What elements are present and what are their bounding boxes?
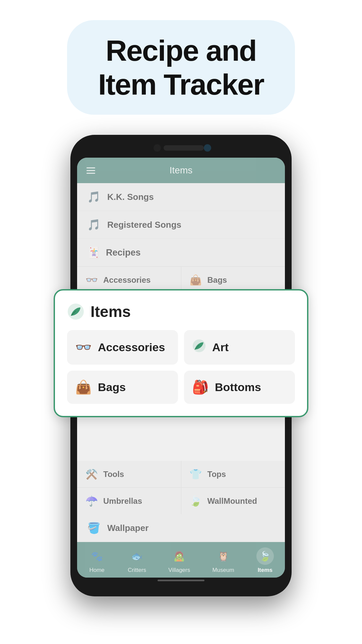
overlay-item-bottoms[interactable]: 🎒 Bottoms xyxy=(184,371,295,404)
nav-home[interactable]: 🐾 Home xyxy=(88,547,106,574)
overlay-card: Items 👓 Accessories Art xyxy=(54,289,308,417)
overlay-item-accessories[interactable]: 👓 Accessories xyxy=(67,330,178,365)
phone-home-bar-area xyxy=(77,578,285,587)
phone-frame-wrapper: Items 👓 Accessories Art xyxy=(70,135,292,596)
overlay-grid: 👓 Accessories Art 👜 Bags xyxy=(67,330,295,404)
nav-critters-icon: 🐟 xyxy=(128,547,146,565)
nav-items[interactable]: 🍃 Items xyxy=(256,547,274,574)
nav-critters-label: Critters xyxy=(128,567,146,574)
nav-villagers-label: Villagers xyxy=(168,567,190,574)
registered-songs-label: Registered Songs xyxy=(107,220,181,230)
hero-title-cloud: Recipe and Item Tracker xyxy=(67,20,295,115)
overlay-card-title: Items xyxy=(90,303,131,321)
overlay-card-header: Items xyxy=(67,303,295,321)
list-item-kk-songs[interactable]: 🎵 K.K. Songs xyxy=(77,183,285,211)
bottom-items-grid: ⚒️ Tools 👕 Tops ☂️ Umbrellas 🍃 WallMount… xyxy=(77,461,285,514)
header-title: Items xyxy=(170,165,192,176)
front-camera xyxy=(154,144,161,152)
kk-songs-label: K.K. Songs xyxy=(107,192,154,202)
nav-critters[interactable]: 🐟 Critters xyxy=(128,547,146,574)
item-tops[interactable]: 👕 Tops xyxy=(181,461,285,487)
item-umbrellas[interactable]: ☂️ Umbrellas xyxy=(77,488,181,514)
wallpaper-icon: 🪣 xyxy=(87,522,101,534)
menu-icon[interactable] xyxy=(86,167,95,174)
nav-museum-icon: 🦉 xyxy=(215,547,232,565)
recipes-label: Recipes xyxy=(106,248,141,258)
art-label: Art xyxy=(212,341,229,354)
nav-home-icon: 🐾 xyxy=(88,547,106,565)
item-wallpaper[interactable]: 🪣 Wallpaper xyxy=(77,514,285,542)
home-bar xyxy=(158,580,204,581)
nav-items-label: Items xyxy=(258,567,273,574)
bottoms-label: Bottoms xyxy=(215,381,261,394)
accessories-icon: 👓 xyxy=(75,339,92,355)
wallpaper-label: Wallpaper xyxy=(107,523,148,533)
kk-songs-icon: 🎵 xyxy=(87,191,101,203)
nav-villagers[interactable]: 🧟 Villagers xyxy=(168,547,190,574)
nav-items-icon: 🍃 xyxy=(256,547,274,565)
nav-museum-label: Museum xyxy=(212,567,234,574)
app-header: Items xyxy=(77,158,285,183)
art-leaf-svg xyxy=(192,339,206,353)
bags-label: Bags xyxy=(98,381,126,394)
bags-icon: 👜 xyxy=(75,379,92,395)
accessories-label: Accessories xyxy=(98,341,165,354)
leaf-icon xyxy=(67,303,84,320)
nav-home-label: Home xyxy=(89,567,104,574)
bottoms-icon: 🎒 xyxy=(192,379,209,395)
phone-top-bar xyxy=(77,144,285,158)
registered-songs-icon: 🎵 xyxy=(87,218,101,231)
overlay-item-art[interactable]: Art xyxy=(184,330,295,365)
item-tools[interactable]: ⚒️ Tools xyxy=(77,461,181,487)
list-item-registered-songs[interactable]: 🎵 Registered Songs xyxy=(77,211,285,239)
hero-title: Recipe and Item Tracker xyxy=(90,34,272,101)
recipes-header[interactable]: 🃏 Recipes xyxy=(77,239,285,267)
overlay-item-bags[interactable]: 👜 Bags xyxy=(67,371,178,404)
recipes-icon: 🃏 xyxy=(87,246,101,259)
selfie-camera xyxy=(204,144,211,152)
phone-speaker xyxy=(164,145,204,151)
art-icon xyxy=(192,339,206,356)
nav-villagers-icon: 🧟 xyxy=(171,547,188,565)
item-wallmounted[interactable]: 🍃 WallMounted xyxy=(181,488,285,514)
bottom-list-section: ⚒️ Tools 👕 Tops ☂️ Umbrellas 🍃 WallMount… xyxy=(77,461,285,542)
nav-museum[interactable]: 🦉 Museum xyxy=(212,547,234,574)
bottom-nav: 🐾 Home 🐟 Critters 🧟 Villagers 🦉 Museum 🍃 xyxy=(77,542,285,578)
